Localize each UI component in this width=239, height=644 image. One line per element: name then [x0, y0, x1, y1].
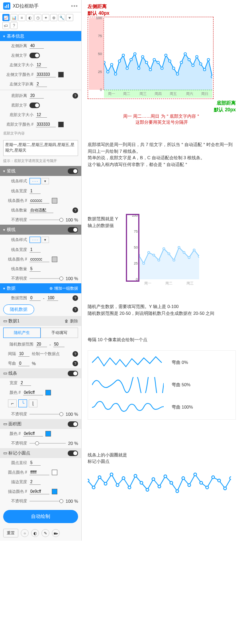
opacity-slider[interactable] — [29, 278, 63, 279]
tab-line-chart[interactable]: 📈 — [2, 14, 10, 21]
section-basic-info[interactable]: ▾ 基本信息 — [0, 31, 81, 41]
section-data[interactable]: ▾ 数据 ⊕ 增加一组数据 — [0, 283, 81, 293]
bend-input[interactable] — [18, 361, 29, 366]
dash-style-option[interactable]: - - - — [29, 178, 41, 184]
tab-pie-chart[interactable]: ◐ — [26, 14, 33, 21]
tab-random-generate[interactable]: 随机产生 — [3, 328, 41, 338]
reset-button[interactable]: 重置 — [3, 529, 18, 537]
svg-point-54 — [140, 481, 143, 484]
random-max-input[interactable] — [53, 342, 65, 347]
left-text-gap-input[interactable] — [36, 81, 47, 87]
left-text-size-input[interactable] — [36, 62, 47, 68]
circle-button-1[interactable]: ○ — [21, 529, 29, 537]
label: 不透明度 — [5, 411, 27, 417]
more-icon[interactable]: ••• — [71, 3, 78, 9]
section-data-1[interactable]: ▭ 数据1 🗑 删除 — [0, 316, 81, 326]
svg-point-46 — [92, 486, 95, 489]
opacity-slider[interactable] — [29, 219, 63, 220]
color-swatch[interactable] — [52, 257, 57, 262]
marker-stroke-color-input[interactable] — [29, 489, 49, 494]
tab-settings[interactable]: 🔧 — [58, 14, 65, 21]
section-line-style[interactable]: ▭ 线条 — [0, 368, 81, 378]
bottom-text-content-textarea[interactable]: 星期一,星期二,星期三,星期四,星期五,星期六,星期天 — [3, 140, 78, 156]
tab-help[interactable]: ? — [10, 22, 18, 29]
color-swatch[interactable] — [52, 198, 57, 203]
bottom-text-color-input[interactable] — [36, 122, 56, 127]
tab-manual-fill[interactable]: 手动填写 — [41, 328, 78, 338]
line-color-input[interactable] — [23, 390, 43, 395]
opacity-slider[interactable] — [29, 443, 66, 444]
tab-favorite[interactable]: ♥ — [66, 14, 73, 21]
hline-toggle[interactable] — [68, 227, 78, 233]
opacity-slider[interactable] — [29, 501, 63, 502]
bottom-distance-input[interactable] — [29, 93, 44, 99]
section-markers[interactable]: ▭ 标记小圆点 — [0, 448, 81, 458]
marker-fill-input[interactable] — [29, 470, 49, 475]
help-icon[interactable]: ? — [72, 295, 78, 301]
cap-bevel-button[interactable]: ⌊ — [29, 399, 37, 407]
marker-diameter-input[interactable] — [29, 460, 41, 466]
area-toggle[interactable] — [68, 421, 78, 427]
svg-point-48 — [104, 482, 107, 485]
circle-button-4[interactable]: ■▸ — [52, 529, 60, 537]
random-min-input[interactable] — [36, 342, 47, 347]
tab-globe[interactable]: ⊕ — [50, 14, 57, 21]
circle-button-3[interactable]: ✎ — [41, 529, 49, 537]
color-swatch[interactable] — [58, 122, 64, 127]
interval-input[interactable] — [18, 351, 29, 357]
help-icon[interactable]: ? — [72, 307, 78, 312]
bottom-text-size-input[interactable] — [36, 112, 47, 118]
hline-count-input[interactable] — [29, 266, 41, 272]
section-horizontal-lines[interactable]: ▾ 横线 — [0, 225, 81, 235]
vline-count-input[interactable] — [29, 207, 53, 213]
marker-toggle[interactable] — [68, 450, 78, 456]
hline-color-input[interactable] — [29, 257, 49, 262]
color-swatch[interactable] — [45, 431, 51, 437]
hline-width-input[interactable] — [29, 247, 41, 253]
tab-bar-chart[interactable]: 📊 — [10, 14, 18, 21]
area-color-input[interactable] — [23, 431, 43, 437]
section-area[interactable]: ▭ 面积图 — [0, 419, 81, 429]
color-swatch[interactable] — [45, 390, 51, 395]
tab-hbar-chart[interactable]: ≡ — [18, 14, 25, 21]
auto-draw-button[interactable]: 自动绘制 — [3, 510, 78, 523]
data-mode-tabs: 随机产生 手动填写 — [3, 328, 78, 338]
svg-point-28 — [200, 63, 202, 65]
add-data-button[interactable]: ⊕ 增加一组数据 — [49, 286, 78, 291]
circle-button-2[interactable]: ◐ — [31, 529, 39, 537]
delete-data-button[interactable]: 🗑 删除 — [65, 318, 78, 324]
help-icon[interactable]: ? — [72, 93, 78, 99]
help-icon[interactable]: ? — [72, 207, 78, 213]
dropdown-icon[interactable]: ▾ — [41, 237, 49, 243]
vline-width-input[interactable] — [29, 188, 41, 194]
x-tick: 周一 — [108, 91, 115, 97]
tab-radar[interactable]: ✦ — [42, 14, 49, 21]
cap-round-button[interactable]: ╰ — [18, 399, 27, 407]
marker-stroke-width-input[interactable] — [29, 479, 41, 485]
bottom-text-toggle[interactable] — [29, 103, 40, 108]
cap-square-button[interactable]: ⌐ — [8, 399, 17, 407]
color-swatch[interactable] — [52, 470, 57, 475]
left-text-toggle[interactable] — [29, 53, 40, 58]
left-distance-input[interactable] — [29, 43, 44, 49]
svg-point-29 — [204, 69, 206, 71]
tab-gauge[interactable]: ◷ — [34, 14, 41, 21]
section-vertical-lines[interactable]: ▾ 竖线 — [0, 166, 81, 176]
help-icon[interactable]: ? — [72, 351, 78, 357]
range-max-input[interactable] — [47, 295, 58, 301]
random-data-button[interactable]: 随机数据 — [3, 304, 34, 314]
line-toggle[interactable] — [68, 371, 78, 376]
color-swatch[interactable] — [52, 489, 57, 494]
vline-toggle[interactable] — [68, 168, 78, 174]
svg-point-38 — [168, 253, 170, 255]
vline-color-input[interactable] — [29, 198, 49, 203]
tab-bookmark[interactable]: 🏷 — [2, 22, 10, 29]
color-swatch[interactable] — [58, 72, 64, 77]
dropdown-icon[interactable]: ▾ — [41, 178, 49, 184]
opacity-slider[interactable] — [29, 414, 63, 415]
help-icon[interactable]: ? — [72, 361, 78, 366]
dash-style-option[interactable]: - - - — [29, 237, 41, 243]
line-width-input[interactable] — [20, 380, 31, 386]
left-text-color-input[interactable] — [36, 72, 56, 77]
range-min-input[interactable] — [29, 295, 41, 301]
